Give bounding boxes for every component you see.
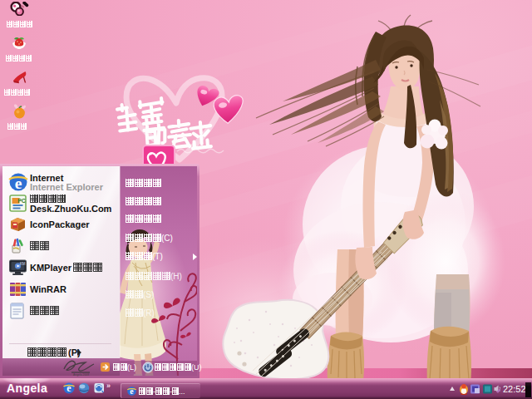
svg-text:e: e [66,382,71,394]
svg-text:Angela 2008: Angela 2008 [73,373,89,377]
svg-text:KM: KM [20,262,26,266]
svg-text:e: e [130,387,134,396]
svg-text:PC: PC [17,198,26,204]
